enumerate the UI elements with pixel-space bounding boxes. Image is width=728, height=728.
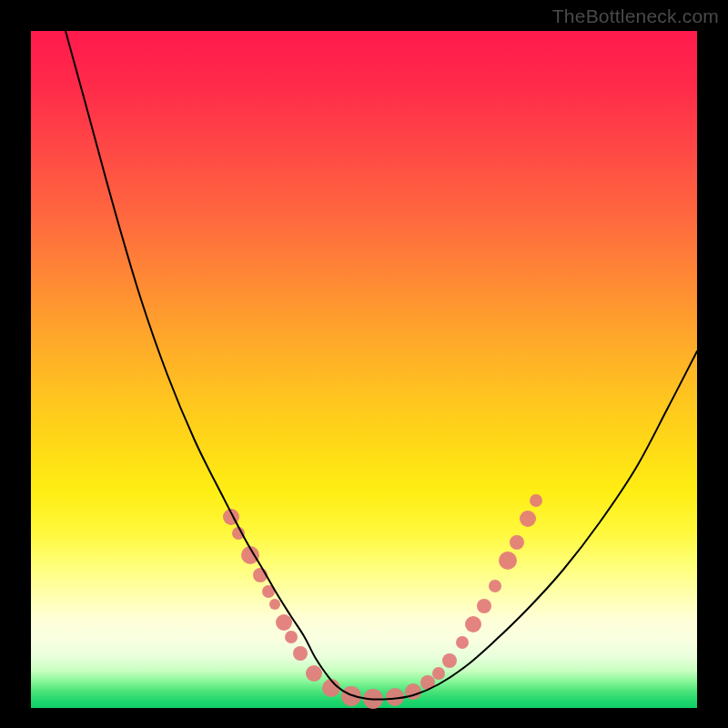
curve-marker bbox=[499, 551, 517, 570]
curve-marker bbox=[489, 580, 501, 592]
curve-marker bbox=[465, 616, 481, 632]
curve-marker bbox=[510, 535, 524, 550]
curve-marker bbox=[232, 527, 245, 540]
curve-marker bbox=[432, 667, 445, 680]
bead-layer bbox=[223, 494, 542, 709]
curve-marker bbox=[293, 646, 308, 661]
curve-marker bbox=[530, 494, 542, 507]
bottleneck-curve bbox=[66, 31, 697, 700]
curve-marker bbox=[306, 665, 322, 682]
curve-marker bbox=[269, 599, 280, 610]
curve-marker bbox=[456, 636, 469, 649]
curve-marker bbox=[442, 653, 457, 668]
curve-marker bbox=[285, 631, 298, 643]
curve-marker bbox=[276, 614, 292, 631]
curve-marker bbox=[520, 511, 536, 527]
chart-svg bbox=[31, 31, 697, 708]
chart-plot-area bbox=[31, 31, 697, 708]
watermark-label: TheBottleneck.com bbox=[552, 5, 719, 27]
curve-marker bbox=[341, 686, 361, 706]
curve-marker bbox=[477, 599, 491, 613]
chart-frame: TheBottleneck.com bbox=[0, 0, 728, 728]
